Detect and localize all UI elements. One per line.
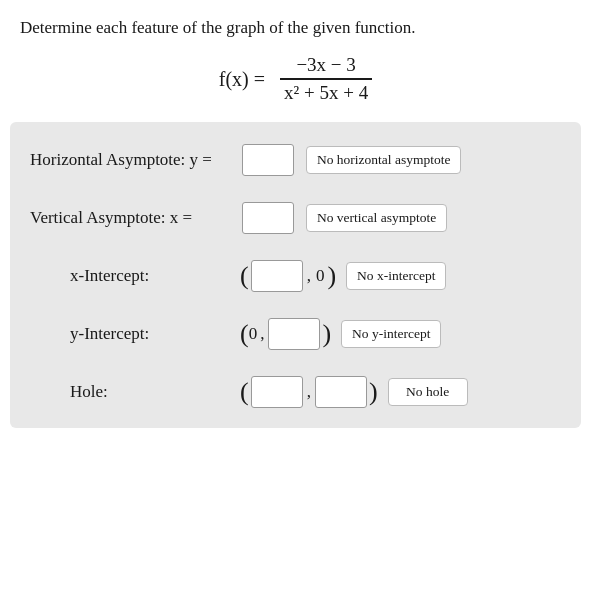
x-intercept-label: x-Intercept:: [30, 266, 240, 286]
function-fraction: −3x − 3 x² + 5x + 4: [280, 54, 372, 104]
x-intercept-comma: ,: [307, 266, 311, 286]
x-intercept-row: x-Intercept: ( , 0 ) No x-intercept: [30, 260, 561, 292]
hole-close-paren: ): [369, 379, 378, 405]
vertical-asymptote-row: Vertical Asymptote: x = No vertical asym…: [30, 202, 561, 234]
horizontal-asymptote-label: Horizontal Asymptote: y =: [30, 150, 240, 170]
x-intercept-close-paren: ): [327, 263, 336, 289]
no-x-intercept-button[interactable]: No x-intercept: [346, 262, 446, 290]
x-intercept-open-paren: (: [240, 263, 249, 289]
hole-y-input[interactable]: [315, 376, 367, 408]
y-intercept-comma: ,: [260, 324, 264, 344]
hole-row: Hole: ( , ) No hole: [30, 376, 561, 408]
x-intercept-zero: 0: [316, 266, 325, 286]
page-header: Determine each feature of the graph of t…: [0, 0, 591, 50]
vertical-asymptote-input[interactable]: [242, 202, 294, 234]
x-intercept-input[interactable]: [251, 260, 303, 292]
y-intercept-label: y-Intercept:: [30, 324, 240, 344]
y-intercept-inputs: ( 0 , ) No y-intercept: [240, 318, 561, 350]
vertical-asymptote-inputs: No vertical asymptote: [240, 202, 561, 234]
header-title: Determine each feature of the graph of t…: [20, 18, 416, 37]
horizontal-asymptote-row: Horizontal Asymptote: y = No horizontal …: [30, 144, 561, 176]
function-numerator: −3x − 3: [280, 54, 372, 80]
function-label: f(x) =: [219, 68, 265, 90]
y-intercept-row: y-Intercept: ( 0 , ) No y-intercept: [30, 318, 561, 350]
function-denominator: x² + 5x + 4: [280, 80, 372, 104]
y-intercept-open-paren: (: [240, 321, 249, 347]
hole-x-input[interactable]: [251, 376, 303, 408]
no-hole-button[interactable]: No hole: [388, 378, 468, 406]
no-y-intercept-button[interactable]: No y-intercept: [341, 320, 441, 348]
hole-label: Hole:: [30, 382, 240, 402]
function-display: f(x) = −3x − 3 x² + 5x + 4: [0, 50, 591, 122]
features-panel: Horizontal Asymptote: y = No horizontal …: [10, 122, 581, 428]
no-horizontal-asymptote-button[interactable]: No horizontal asymptote: [306, 146, 461, 174]
hole-inputs: ( , ) No hole: [240, 376, 561, 408]
horizontal-asymptote-inputs: No horizontal asymptote: [240, 144, 561, 176]
no-vertical-asymptote-button[interactable]: No vertical asymptote: [306, 204, 447, 232]
horizontal-asymptote-input[interactable]: [242, 144, 294, 176]
hole-comma: ,: [307, 382, 311, 402]
x-intercept-inputs: ( , 0 ) No x-intercept: [240, 260, 561, 292]
y-intercept-close-paren: ): [322, 321, 331, 347]
y-intercept-zero: 0: [249, 324, 258, 344]
vertical-asymptote-label: Vertical Asymptote: x =: [30, 208, 240, 228]
y-intercept-input[interactable]: [268, 318, 320, 350]
hole-open-paren: (: [240, 379, 249, 405]
